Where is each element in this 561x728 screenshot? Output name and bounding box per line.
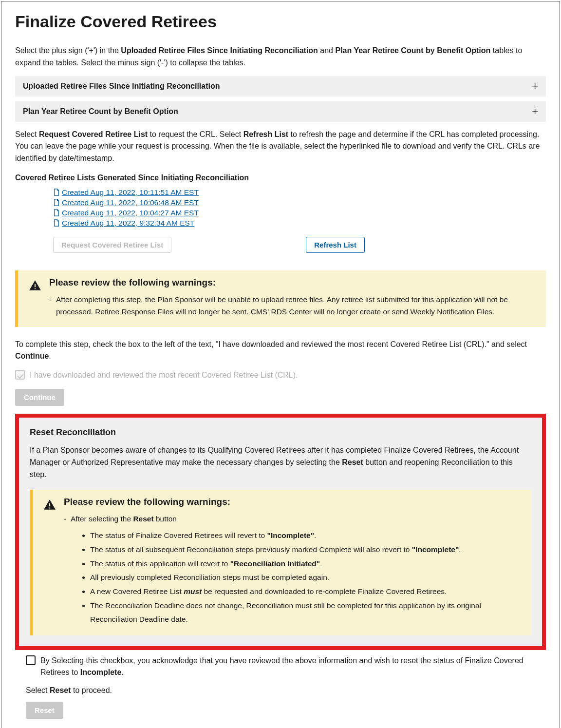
reset-ack-label: By Selecting this checkbox, you acknowle… — [40, 655, 546, 678]
warning-lead: After selecting the Reset button The sta… — [64, 513, 521, 627]
file-icon — [53, 189, 60, 196]
bullet-item: The status of this application will reve… — [90, 557, 521, 571]
page-title: Finalize Covered Retirees — [15, 12, 546, 31]
reset-highlight-frame: Reset Reconciliation If a Plan Sponsor b… — [15, 414, 546, 650]
reset-button[interactable]: Reset — [26, 702, 63, 719]
bullet-item: All previously completed Reconciliation … — [90, 571, 521, 585]
accordion-uploaded-files[interactable]: Uploaded Retiree Files Since Initiating … — [15, 76, 546, 96]
file-icon — [53, 209, 60, 217]
crl-file-list: Created Aug 11, 2022, 10:11:51 AM EST Cr… — [53, 188, 546, 229]
file-icon — [53, 219, 60, 227]
warning-heading: Please review the following warnings: — [49, 277, 535, 288]
bullet-item: A new Covered Retiree List must be reque… — [90, 585, 521, 599]
warning-icon — [43, 498, 56, 511]
reset-heading: Reset Reconciliation — [30, 427, 531, 438]
intro-text: Select the plus sign ('+') in the Upload… — [15, 45, 546, 69]
bullet-item: The Reconciliation Deadline does not cha… — [90, 599, 521, 627]
download-checkbox[interactable] — [15, 370, 25, 380]
crl-file-link[interactable]: Created Aug 11, 2022, 9:32:34 AM EST — [53, 219, 194, 228]
crl-file-link[interactable]: Created Aug 11, 2022, 10:04:27 AM EST — [53, 209, 199, 217]
reset-body: If a Plan Sponsor becomes aware of chang… — [30, 444, 531, 480]
download-checkbox-row: I have downloaded and reviewed the most … — [15, 369, 546, 381]
bullet-item: The status of all subsequent Reconciliat… — [90, 543, 521, 557]
warning-alert-1: Please review the following warnings: Af… — [15, 270, 546, 327]
reset-proceed-text: Select Reset to proceed. — [26, 686, 546, 695]
warning-item: After completing this step, the Plan Spo… — [49, 294, 535, 318]
warning-heading: Please review the following warnings: — [64, 497, 521, 507]
continue-button[interactable]: Continue — [15, 389, 64, 406]
accordion-plan-year-count-label: Plan Year Retiree Count by Benefit Optio… — [23, 107, 178, 116]
refresh-list-button[interactable]: Refresh List — [306, 237, 365, 253]
warning-alert-2: Please review the following warnings: Af… — [30, 490, 531, 636]
complete-instruction: To complete this step, check the box to … — [15, 339, 546, 363]
request-crl-button[interactable]: Request Covered Retiree List — [53, 237, 171, 253]
warning-icon — [29, 279, 41, 292]
reset-ack-checkbox[interactable] — [26, 655, 36, 665]
reset-ack-row: By Selecting this checkbox, you acknowle… — [26, 655, 546, 678]
accordion-plan-year-count[interactable]: Plan Year Retiree Count by Benefit Optio… — [15, 101, 546, 122]
expand-icon: + — [532, 106, 538, 117]
expand-icon: + — [532, 81, 538, 92]
accordion-uploaded-files-label: Uploaded Retiree Files Since Initiating … — [23, 82, 220, 91]
bullet-item: The status of Finalize Covered Retirees … — [90, 529, 521, 543]
file-icon — [53, 199, 60, 207]
crl-instructions: Select Request Covered Retiree List to r… — [15, 129, 546, 165]
crl-list-heading: Covered Retiree Lists Generated Since In… — [15, 173, 546, 182]
crl-file-link[interactable]: Created Aug 11, 2022, 10:06:48 AM EST — [53, 198, 199, 207]
download-checkbox-label: I have downloaded and reviewed the most … — [30, 369, 298, 381]
crl-file-link[interactable]: Created Aug 11, 2022, 10:11:51 AM EST — [53, 188, 199, 197]
reset-section: Reset Reconciliation If a Plan Sponsor b… — [19, 418, 542, 646]
